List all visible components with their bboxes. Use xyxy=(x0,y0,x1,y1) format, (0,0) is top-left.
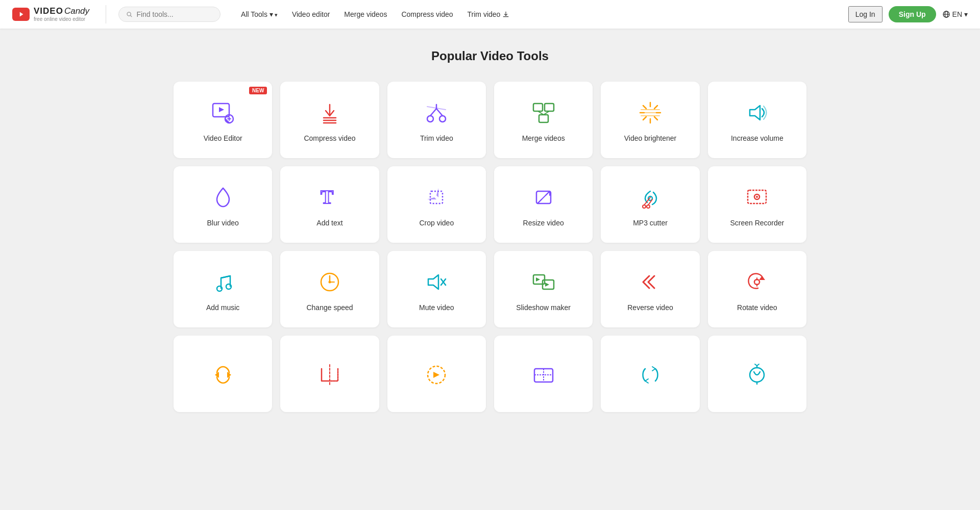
nav-trim-video[interactable]: Trim video xyxy=(461,7,516,21)
tool-resize-video[interactable]: Resize video xyxy=(494,166,593,243)
slideshow-icon xyxy=(530,269,557,295)
download-icon xyxy=(502,11,509,18)
tool-audio-converter[interactable] xyxy=(708,336,806,412)
trim-icon xyxy=(423,99,450,126)
nav-links: All Tools ▾ Video editor Merge videos Co… xyxy=(235,7,838,21)
tool-label: Reverse video xyxy=(627,303,673,312)
svg-marker-72 xyxy=(433,372,439,378)
svg-point-51 xyxy=(756,196,758,198)
header-right: Log In Sign Up EN ▾ xyxy=(848,6,968,22)
blur-icon xyxy=(210,184,236,211)
tool-video-editor[interactable]: NEW Video Editor xyxy=(174,82,272,158)
svg-marker-0 xyxy=(20,12,23,17)
tool-label: Video brightener xyxy=(624,134,676,142)
svg-rect-22 xyxy=(545,104,554,111)
merge-icon xyxy=(530,99,557,126)
tool-increase-volume[interactable]: Increase volume xyxy=(708,82,806,158)
tool-loop-video[interactable] xyxy=(174,336,272,412)
tool-add-text[interactable]: T Add text xyxy=(280,166,379,243)
tool-flip-video[interactable] xyxy=(280,336,379,412)
svg-line-17 xyxy=(430,109,436,116)
tool-slideshow-maker[interactable]: Slideshow maker xyxy=(494,251,593,327)
tool-label: Slideshow maker xyxy=(516,303,571,312)
lang-selector[interactable]: EN ▾ xyxy=(942,10,968,18)
nav-all-tools[interactable]: All Tools ▾ xyxy=(235,7,284,21)
tool-merge-videos[interactable]: Merge videos xyxy=(494,82,593,158)
globe-icon xyxy=(942,10,950,18)
tool-add-subtitles[interactable] xyxy=(387,336,486,412)
tool-label: Rotate video xyxy=(737,303,777,312)
svg-line-32 xyxy=(654,106,657,109)
tool-video-converter[interactable] xyxy=(601,336,699,412)
tool-crop-video[interactable]: Crop video xyxy=(387,166,486,243)
tool-label: Compress video xyxy=(304,134,355,142)
tool-label: Video Editor xyxy=(204,134,242,142)
tool-label: Add text xyxy=(316,219,342,227)
logo-divider xyxy=(106,5,106,23)
vcutter-icon xyxy=(530,362,557,388)
tool-mute-video[interactable]: Mute video xyxy=(387,251,486,327)
tool-trim-video[interactable]: Trim video xyxy=(387,82,486,158)
tool-label: Increase volume xyxy=(731,134,783,142)
svg-text:T: T xyxy=(321,186,333,208)
svg-line-33 xyxy=(643,117,646,120)
tool-add-music[interactable]: Add music xyxy=(174,251,272,327)
logo-candy: Candy xyxy=(64,7,89,16)
compress-icon xyxy=(316,99,343,126)
svg-marker-41 xyxy=(427,197,436,199)
volume-icon xyxy=(744,99,770,126)
tool-change-speed[interactable]: Change speed xyxy=(280,251,379,327)
screen-icon xyxy=(744,184,770,211)
tool-rotate-video[interactable]: Rotate video xyxy=(708,251,806,327)
svg-point-56 xyxy=(328,281,331,284)
tool-label: Mute video xyxy=(419,303,454,312)
svg-line-43 xyxy=(537,191,550,203)
tool-screen-recorder[interactable]: Screen Recorder xyxy=(708,166,806,243)
new-badge: NEW xyxy=(249,87,267,94)
tool-label: MP3 cutter xyxy=(633,219,668,227)
svg-line-18 xyxy=(436,109,443,116)
mute-icon xyxy=(423,269,450,295)
svg-line-52 xyxy=(221,276,230,278)
tool-mp3-cutter[interactable]: MP3 cutter xyxy=(601,166,699,243)
svg-rect-21 xyxy=(533,104,543,111)
tool-label: Merge videos xyxy=(522,134,565,142)
search-icon xyxy=(126,11,132,18)
tool-label: Screen Recorder xyxy=(730,219,784,227)
tool-video-brightener[interactable]: Video brightener xyxy=(601,82,699,158)
nav-merge-videos[interactable]: Merge videos xyxy=(338,7,393,21)
svg-rect-23 xyxy=(539,115,548,122)
reverse-icon xyxy=(637,269,664,295)
svg-point-15 xyxy=(427,116,433,122)
svg-point-16 xyxy=(439,116,446,122)
tools-grid: NEW Video Editor xyxy=(174,82,806,412)
convert-icon xyxy=(637,362,664,388)
tool-reverse-video[interactable]: Reverse video xyxy=(601,251,699,327)
brightener-icon xyxy=(637,99,664,126)
header: VIDEO Candy free online video editor All… xyxy=(0,0,980,29)
svg-rect-39 xyxy=(430,191,443,203)
crop-icon xyxy=(423,184,450,211)
speed-icon xyxy=(316,269,343,295)
logo-text: VIDEO Candy free online video editor xyxy=(34,7,89,22)
resize-icon xyxy=(530,184,557,211)
logo-subtitle: free online video editor xyxy=(34,16,89,22)
svg-marker-7 xyxy=(219,107,224,112)
svg-marker-63 xyxy=(545,283,549,287)
svg-line-31 xyxy=(654,117,657,120)
svg-marker-61 xyxy=(536,277,540,282)
svg-line-2 xyxy=(131,15,132,17)
signup-button[interactable]: Sign Up xyxy=(889,6,936,22)
nav-video-editor[interactable]: Video editor xyxy=(286,7,336,21)
tool-blur-video[interactable]: Blur video xyxy=(174,166,272,243)
nav-compress-video[interactable]: Compress video xyxy=(395,7,459,21)
search-box[interactable] xyxy=(118,7,220,22)
tool-compress-video[interactable]: Compress video xyxy=(280,82,379,158)
tool-video-cutter[interactable] xyxy=(494,336,593,412)
search-input[interactable] xyxy=(136,10,213,18)
subtitles-icon xyxy=(423,362,450,388)
logo-brand: VIDEO Candy xyxy=(34,7,89,16)
logo[interactable]: VIDEO Candy free online video editor xyxy=(12,7,89,22)
tool-label: Blur video xyxy=(207,219,239,227)
login-button[interactable]: Log In xyxy=(848,6,883,22)
